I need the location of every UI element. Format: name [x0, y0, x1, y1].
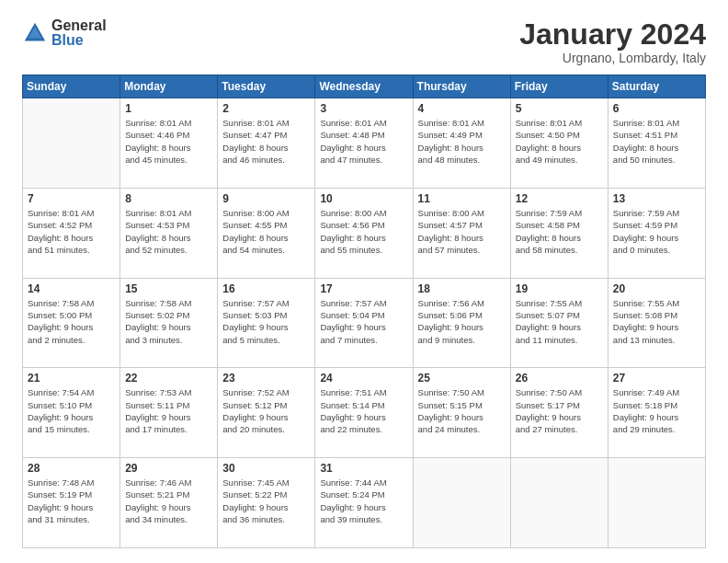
logo: General Blue [22, 18, 107, 48]
day-info: Sunrise: 7:55 AM Sunset: 5:07 PM Dayligh… [516, 297, 603, 346]
day-info: Sunrise: 8:00 AM Sunset: 4:57 PM Dayligh… [418, 207, 506, 256]
day-number: 26 [516, 372, 603, 385]
calendar-cell: 27Sunrise: 7:49 AM Sunset: 5:18 PM Dayli… [608, 368, 705, 458]
day-info: Sunrise: 8:01 AM Sunset: 4:46 PM Dayligh… [125, 117, 212, 166]
calendar-cell: 4Sunrise: 8:01 AM Sunset: 4:49 PM Daylig… [413, 98, 510, 189]
calendar-cell: 9Sunrise: 8:00 AM Sunset: 4:55 PM Daylig… [218, 188, 315, 278]
day-number: 28 [28, 462, 115, 475]
calendar-week-row: 21Sunrise: 7:54 AM Sunset: 5:10 PM Dayli… [23, 368, 706, 458]
logo-blue-text: Blue [51, 33, 107, 48]
day-info: Sunrise: 7:51 AM Sunset: 5:14 PM Dayligh… [320, 386, 407, 435]
day-number: 24 [320, 372, 407, 385]
day-info: Sunrise: 8:01 AM Sunset: 4:53 PM Dayligh… [125, 207, 212, 256]
header-thursday: Thursday [413, 75, 510, 98]
calendar-cell: 15Sunrise: 7:58 AM Sunset: 5:02 PM Dayli… [120, 278, 218, 368]
day-number: 3 [320, 102, 407, 115]
header-saturday: Saturday [608, 75, 705, 98]
day-number: 7 [28, 192, 115, 205]
title-block: January 2024 Urgnano, Lombardy, Italy [519, 18, 706, 65]
calendar-cell: 7Sunrise: 8:01 AM Sunset: 4:52 PM Daylig… [23, 188, 120, 278]
calendar-cell: 10Sunrise: 8:00 AM Sunset: 4:56 PM Dayli… [315, 188, 413, 278]
day-info: Sunrise: 7:54 AM Sunset: 5:10 PM Dayligh… [28, 386, 115, 435]
day-number: 8 [125, 192, 212, 205]
day-number: 1 [125, 102, 212, 115]
day-number: 22 [125, 372, 212, 385]
day-number: 19 [516, 282, 603, 295]
day-number: 2 [222, 102, 310, 115]
day-info: Sunrise: 8:01 AM Sunset: 4:49 PM Dayligh… [418, 117, 506, 166]
calendar-cell: 29Sunrise: 7:46 AM Sunset: 5:21 PM Dayli… [120, 458, 218, 548]
day-info: Sunrise: 7:46 AM Sunset: 5:21 PM Dayligh… [125, 477, 212, 525]
day-number: 27 [613, 372, 700, 385]
calendar-cell: 20Sunrise: 7:55 AM Sunset: 5:08 PM Dayli… [608, 278, 705, 368]
day-info: Sunrise: 7:57 AM Sunset: 5:04 PM Dayligh… [320, 297, 407, 346]
logo-general-text: General [51, 18, 107, 33]
day-info: Sunrise: 7:45 AM Sunset: 5:22 PM Dayligh… [222, 477, 310, 525]
calendar-cell: 11Sunrise: 8:00 AM Sunset: 4:57 PM Dayli… [413, 188, 510, 278]
calendar-cell: 1Sunrise: 8:01 AM Sunset: 4:46 PM Daylig… [120, 98, 218, 189]
header: General Blue January 2024 Urgnano, Lomba… [22, 18, 706, 65]
day-number: 23 [222, 372, 310, 385]
calendar-cell: 6Sunrise: 8:01 AM Sunset: 4:51 PM Daylig… [608, 98, 705, 189]
header-friday: Friday [510, 75, 608, 98]
calendar-cell: 25Sunrise: 7:50 AM Sunset: 5:15 PM Dayli… [413, 368, 510, 458]
calendar-cell: 31Sunrise: 7:44 AM Sunset: 5:24 PM Dayli… [315, 458, 413, 548]
calendar-week-row: 14Sunrise: 7:58 AM Sunset: 5:00 PM Dayli… [23, 278, 706, 368]
day-number: 15 [125, 282, 212, 295]
day-info: Sunrise: 7:49 AM Sunset: 5:18 PM Dayligh… [613, 386, 700, 435]
day-info: Sunrise: 8:01 AM Sunset: 4:52 PM Dayligh… [28, 207, 115, 256]
day-number: 17 [320, 282, 407, 295]
calendar-week-row: 28Sunrise: 7:48 AM Sunset: 5:19 PM Dayli… [23, 458, 706, 548]
calendar-cell: 5Sunrise: 8:01 AM Sunset: 4:50 PM Daylig… [510, 98, 608, 189]
calendar-table: Sunday Monday Tuesday Wednesday Thursday… [22, 75, 706, 548]
day-number: 4 [418, 102, 506, 115]
day-info: Sunrise: 7:56 AM Sunset: 5:06 PM Dayligh… [418, 297, 506, 346]
calendar-cell: 13Sunrise: 7:59 AM Sunset: 4:59 PM Dayli… [608, 188, 705, 278]
day-info: Sunrise: 7:59 AM Sunset: 4:59 PM Dayligh… [613, 207, 700, 256]
day-number: 12 [516, 192, 603, 205]
calendar-cell: 2Sunrise: 8:01 AM Sunset: 4:47 PM Daylig… [218, 98, 315, 189]
calendar-cell: 17Sunrise: 7:57 AM Sunset: 5:04 PM Dayli… [315, 278, 413, 368]
day-info: Sunrise: 7:59 AM Sunset: 4:58 PM Dayligh… [516, 207, 603, 256]
logo-text: General Blue [51, 18, 107, 48]
calendar-cell: 21Sunrise: 7:54 AM Sunset: 5:10 PM Dayli… [23, 368, 120, 458]
day-info: Sunrise: 7:50 AM Sunset: 5:15 PM Dayligh… [418, 386, 506, 435]
logo-icon [22, 20, 48, 46]
calendar-cell [413, 458, 510, 548]
weekday-header-row: Sunday Monday Tuesday Wednesday Thursday… [23, 75, 706, 98]
calendar-cell: 14Sunrise: 7:58 AM Sunset: 5:00 PM Dayli… [23, 278, 120, 368]
day-number: 21 [28, 372, 115, 385]
day-info: Sunrise: 8:00 AM Sunset: 4:56 PM Dayligh… [320, 207, 407, 256]
calendar-cell: 19Sunrise: 7:55 AM Sunset: 5:07 PM Dayli… [510, 278, 608, 368]
calendar-cell: 8Sunrise: 8:01 AM Sunset: 4:53 PM Daylig… [120, 188, 218, 278]
calendar-cell: 24Sunrise: 7:51 AM Sunset: 5:14 PM Dayli… [315, 368, 413, 458]
day-number: 13 [613, 192, 700, 205]
day-info: Sunrise: 7:53 AM Sunset: 5:11 PM Dayligh… [125, 386, 212, 435]
day-number: 9 [222, 192, 310, 205]
day-info: Sunrise: 8:00 AM Sunset: 4:55 PM Dayligh… [222, 207, 310, 256]
location-text: Urgnano, Lombardy, Italy [519, 51, 706, 65]
calendar-cell: 12Sunrise: 7:59 AM Sunset: 4:58 PM Dayli… [510, 188, 608, 278]
day-info: Sunrise: 7:52 AM Sunset: 5:12 PM Dayligh… [222, 386, 310, 435]
day-number: 25 [418, 372, 506, 385]
calendar-week-row: 1Sunrise: 8:01 AM Sunset: 4:46 PM Daylig… [23, 98, 706, 189]
day-number: 29 [125, 462, 212, 475]
day-info: Sunrise: 7:44 AM Sunset: 5:24 PM Dayligh… [320, 477, 407, 525]
day-number: 14 [28, 282, 115, 295]
day-info: Sunrise: 7:57 AM Sunset: 5:03 PM Dayligh… [222, 297, 310, 346]
calendar-cell [608, 458, 705, 548]
day-info: Sunrise: 8:01 AM Sunset: 4:51 PM Dayligh… [613, 117, 700, 166]
calendar-cell: 18Sunrise: 7:56 AM Sunset: 5:06 PM Dayli… [413, 278, 510, 368]
calendar-cell: 26Sunrise: 7:50 AM Sunset: 5:17 PM Dayli… [510, 368, 608, 458]
day-info: Sunrise: 7:50 AM Sunset: 5:17 PM Dayligh… [516, 386, 603, 435]
day-number: 5 [516, 102, 603, 115]
calendar-cell: 28Sunrise: 7:48 AM Sunset: 5:19 PM Dayli… [23, 458, 120, 548]
day-number: 11 [418, 192, 506, 205]
day-info: Sunrise: 8:01 AM Sunset: 4:48 PM Dayligh… [320, 117, 407, 166]
day-info: Sunrise: 7:58 AM Sunset: 5:00 PM Dayligh… [28, 297, 115, 346]
day-info: Sunrise: 7:58 AM Sunset: 5:02 PM Dayligh… [125, 297, 212, 346]
page: General Blue January 2024 Urgnano, Lomba… [0, 0, 728, 563]
calendar-cell: 3Sunrise: 8:01 AM Sunset: 4:48 PM Daylig… [315, 98, 413, 189]
day-info: Sunrise: 8:01 AM Sunset: 4:47 PM Dayligh… [222, 117, 310, 166]
calendar-week-row: 7Sunrise: 8:01 AM Sunset: 4:52 PM Daylig… [23, 188, 706, 278]
